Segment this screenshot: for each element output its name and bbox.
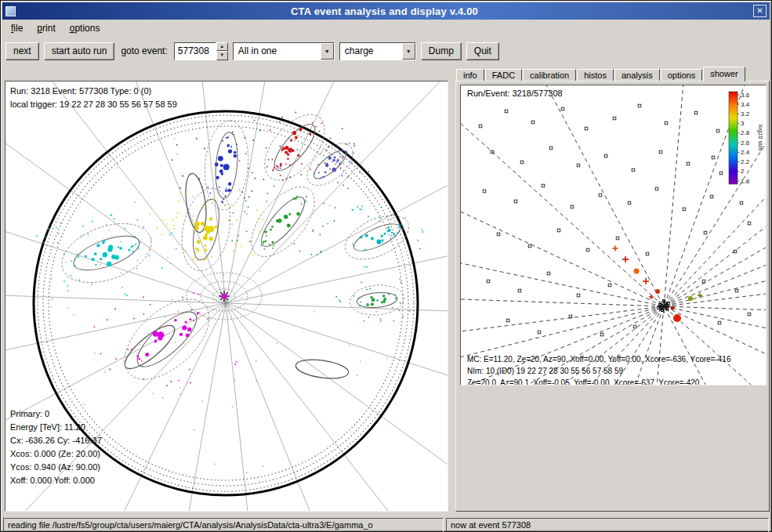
tab-calibration[interactable]: calibration xyxy=(523,69,576,81)
camera-info-block: Primary: 0 Energy [TeV]: 11.20 Cx: -636.… xyxy=(10,407,102,487)
camera-info-line: Energy [TeV]: 11.20 xyxy=(10,421,102,434)
signal-type-select[interactable]: charge ▼ xyxy=(339,42,416,60)
camera-local-trigger-label: local trigger: 19 22 27 28 30 55 56 57 5… xyxy=(10,98,177,111)
right-tab-bar: info FADC calibration histos analysis op… xyxy=(456,67,746,81)
svg-text:3: 3 xyxy=(741,120,745,127)
window-menu-icon[interactable] xyxy=(5,6,16,16)
camera-info-line: Primary: 0 xyxy=(10,407,102,421)
main-area: Run: 3218 Event: 577308 Type: 0 (0) loca… xyxy=(1,65,771,516)
camera-image-cluster-7 xyxy=(327,205,423,268)
core-position-marker xyxy=(657,299,671,313)
svg-text:3.6: 3.6 xyxy=(741,92,750,99)
fitted-ellipse-outlines xyxy=(119,172,350,382)
svg-text:3.4: 3.4 xyxy=(741,101,750,108)
tab-fadc[interactable]: FADC xyxy=(485,69,522,81)
shower-tab-panel: 3.63.43.232.82.62.42.221.8log10 size Run… xyxy=(455,81,770,512)
svg-text:2.6: 2.6 xyxy=(741,139,750,147)
titlebar: CTA event analysis and display v.4.00 ✕ xyxy=(2,2,770,20)
status-file-text: reading file /lustre/fs5/group/cta/users… xyxy=(3,518,444,532)
spin-down-icon[interactable]: ▼ xyxy=(216,51,228,60)
shower-axis-lines xyxy=(461,85,766,385)
image-centroid-markers xyxy=(613,246,703,323)
camera-info-line: Xoff: 0.000 Yoff: 0.000 xyxy=(10,474,102,487)
tab-shower[interactable]: shower xyxy=(703,67,745,81)
svg-text:2: 2 xyxy=(741,168,745,175)
signal-type-value: charge xyxy=(340,45,402,56)
menubar: file print options xyxy=(1,20,771,37)
app-window: CTA event analysis and display v.4.00 ✕ … xyxy=(0,0,772,532)
camera-info-line: Xcos: 0.000 (Ze: 20.00) xyxy=(10,447,102,461)
shower-nimages-line: NIm: 10 (ID0) 19 22 27 28 30 55 56 57 58… xyxy=(467,365,730,377)
next-button[interactable]: next xyxy=(5,42,39,60)
svg-text:2.2: 2.2 xyxy=(741,158,750,165)
goto-event-label: goto event: xyxy=(119,45,169,56)
close-button[interactable]: ✕ xyxy=(753,5,767,17)
shower-footer: MC: E=11.20, Ze=20, Az=90, Xoff=0.00, Yo… xyxy=(467,353,730,385)
shower-run-event-label: Run/Event: 3218/577308 xyxy=(467,89,563,98)
window-title: CTA event analysis and display v.4.00 xyxy=(20,5,749,17)
shower-plot: 3.63.43.232.82.62.42.221.8log10 size Run… xyxy=(460,85,767,385)
close-icon: ✕ xyxy=(756,6,763,15)
camera-panel: Run: 3218 Event: 577308 Type: 0 (0) loca… xyxy=(5,81,448,512)
camera-info-line: Ycos: 0.940 (Az: 90.00) xyxy=(10,461,102,474)
tab-options[interactable]: options xyxy=(661,69,702,81)
svg-text:2.8: 2.8 xyxy=(741,129,750,136)
camera-source-marker xyxy=(219,291,230,302)
shower-mc-line: MC: E=11.20, Ze=20, Az=90, Xoff=0.00, Yo… xyxy=(467,353,730,365)
display-mode-value: All in one xyxy=(234,45,321,56)
camera-run-event-label: Run: 3218 Event: 577308 Type: 0 (0) xyxy=(10,85,177,98)
tab-histos[interactable]: histos xyxy=(577,69,614,81)
dump-button[interactable]: Dump xyxy=(421,42,462,60)
svg-text:2.4: 2.4 xyxy=(741,149,750,156)
toolbar: next start auto run goto event: ▲ ▼ All … xyxy=(1,37,771,65)
statusbar: reading file /lustre/fs5/group/cta/users… xyxy=(1,516,771,532)
spin-up-icon[interactable]: ▲ xyxy=(216,42,228,52)
event-spinbox: ▲ ▼ xyxy=(174,42,228,60)
chevron-down-icon[interactable]: ▼ xyxy=(402,43,415,60)
svg-text:3.2: 3.2 xyxy=(741,110,750,118)
camera-image-cluster-1 xyxy=(172,119,291,212)
menu-print[interactable]: print xyxy=(31,21,61,35)
colorbar: 3.63.43.232.82.62.42.221.8log10 size xyxy=(729,92,764,185)
chevron-down-icon[interactable]: ▼ xyxy=(321,43,334,60)
menu-options[interactable]: options xyxy=(63,21,107,35)
camera-image-cluster-5 xyxy=(335,282,411,322)
tab-info[interactable]: info xyxy=(456,69,484,81)
camera-info-line: Cx: -636.26 Cy: -416.37 xyxy=(10,434,102,447)
svg-text:1.8: 1.8 xyxy=(741,178,750,185)
menu-file[interactable]: file xyxy=(5,21,29,35)
display-mode-select[interactable]: All in one ▼ xyxy=(233,42,335,60)
camera-header: Run: 3218 Event: 577308 Type: 0 (0) loca… xyxy=(10,85,177,111)
shower-reco-line: Ze=20.0, Az=90.1, Xoff=-0.05, Yoff=-0.00… xyxy=(467,377,730,385)
status-event-text: now at event 577308 xyxy=(446,518,769,532)
shower-display[interactable]: 3.63.43.232.82.62.42.221.8log10 size xyxy=(461,85,766,385)
event-number-input[interactable] xyxy=(174,42,216,60)
start-auto-run-button[interactable]: start auto run xyxy=(44,42,115,60)
quit-button[interactable]: Quit xyxy=(466,42,499,60)
svg-text:log10 size: log10 size xyxy=(757,125,764,151)
tab-analysis[interactable]: analysis xyxy=(614,69,660,81)
